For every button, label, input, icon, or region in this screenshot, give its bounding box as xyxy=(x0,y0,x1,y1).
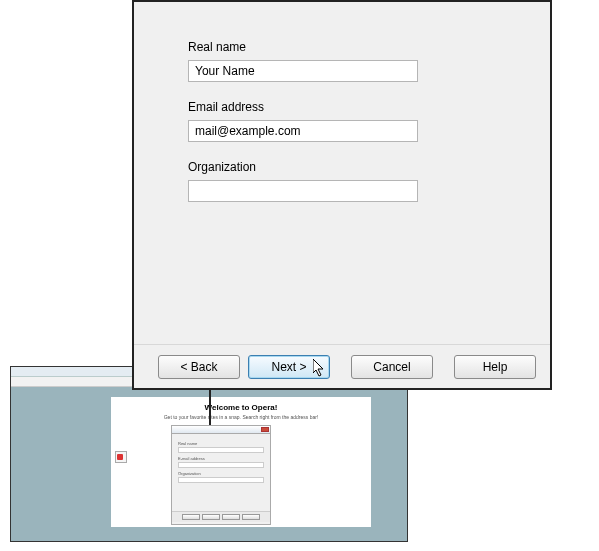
email-input[interactable] xyxy=(188,120,418,142)
help-button[interactable]: Help xyxy=(454,355,536,379)
thumb-mini-dialog-titlebar xyxy=(172,426,270,434)
thumb-mini-button xyxy=(222,514,240,520)
real-name-label: Real name xyxy=(188,40,510,54)
thumb-mini-field xyxy=(178,447,264,453)
thumb-opera-icon xyxy=(115,451,127,463)
wizard-button-bar: < Back Next > Cancel Help xyxy=(134,344,550,388)
thumb-mini-field xyxy=(178,477,264,483)
thumb-mini-dialog-body: Real name E-mail address Organization xyxy=(172,434,270,487)
wizard-form: Real name Email address Organization xyxy=(134,2,550,230)
cancel-button[interactable]: Cancel xyxy=(351,355,433,379)
real-name-input[interactable] xyxy=(188,60,418,82)
thumb-mini-button xyxy=(182,514,200,520)
thumb-welcome-subtitle: Get to your favorite sites in a snap. Se… xyxy=(111,414,371,420)
thumb-mini-label: Real name xyxy=(178,441,264,446)
thumb-mini-button-bar xyxy=(172,511,270,522)
thumb-welcome-title: Welcome to Opera! xyxy=(111,403,371,412)
organization-input[interactable] xyxy=(188,180,418,202)
thumb-mini-dialog: Real name E-mail address Organization xyxy=(171,425,271,525)
thumb-mini-button xyxy=(202,514,220,520)
account-wizard-dialog: Real name Email address Organization < B… xyxy=(132,0,552,390)
thumb-mini-label: Organization xyxy=(178,471,264,476)
organization-label: Organization xyxy=(188,160,510,174)
thumb-mini-field xyxy=(178,462,264,468)
email-label: Email address xyxy=(188,100,510,114)
next-button[interactable]: Next > xyxy=(248,355,330,379)
back-button[interactable]: < Back xyxy=(158,355,240,379)
thumb-mini-label: E-mail address xyxy=(178,456,264,461)
thumb-mini-button xyxy=(242,514,260,520)
thumb-mini-close-icon xyxy=(261,427,269,432)
